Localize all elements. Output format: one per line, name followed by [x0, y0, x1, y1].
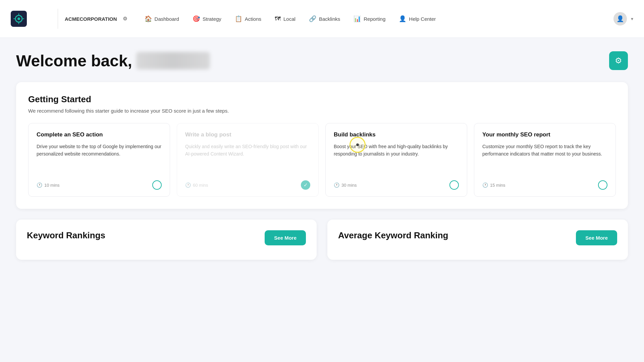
step-footer-seo-report: 🕐 15 mins — [482, 180, 607, 190]
step-time-backlinks: 🕐 30 mins — [334, 182, 357, 188]
welcome-row: Welcome back, ⚙ — [16, 51, 628, 70]
step-time-value-backlinks: 30 mins — [341, 183, 357, 188]
step-footer-blog-post: 🕐 60 mins ✓ — [185, 180, 310, 190]
nav-label-reporting: Reporting — [364, 16, 385, 22]
clock-icon-seo-action: 🕐 — [37, 182, 42, 188]
getting-started-title: Getting Started — [28, 94, 616, 105]
nav-label-actions: Actions — [245, 16, 261, 22]
step-card-blog-post[interactable]: Write a blog post Quickly and easily wri… — [177, 123, 319, 197]
step-time-value-seo-report: 15 mins — [490, 183, 505, 188]
avg-keyword-ranking-card: Average Keyword Ranking See More — [327, 220, 628, 260]
step-card-seo-report[interactable]: Your monthly SEO report Customize your m… — [474, 123, 616, 197]
logo-area — [11, 11, 51, 27]
nav-label-strategy: Strategy — [203, 16, 221, 22]
clock-icon-backlinks: 🕐 — [334, 182, 339, 188]
avg-keyword-ranking-see-more-button[interactable]: See More — [576, 230, 617, 245]
dashboard-icon: 🏠 — [145, 15, 152, 22]
nav-label-backlinks: Backlinks — [319, 16, 340, 22]
step-card-backlinks[interactable]: Build backlinks Boost your SEO with free… — [325, 123, 467, 197]
svg-point-2 — [17, 17, 20, 20]
step-time-seo-action: 🕐 10 mins — [37, 182, 60, 188]
nav-label-dashboard: Dashboard — [155, 16, 179, 22]
clock-icon-blog-post: 🕐 — [185, 182, 191, 188]
strategy-icon: 🎯 — [193, 15, 200, 22]
step-check-backlinks[interactable] — [449, 180, 459, 190]
clock-icon-seo-report: 🕐 — [482, 182, 488, 188]
step-footer-seo-action: 🕐 10 mins — [37, 180, 162, 190]
step-time-blog-post: 🕐 60 mins — [185, 182, 208, 188]
step-footer-backlinks: 🕐 30 mins — [334, 180, 459, 190]
step-title-backlinks: Build backlinks — [334, 131, 459, 138]
reporting-icon: 📊 — [354, 15, 361, 22]
account-settings-icon[interactable]: ⚙ — [120, 13, 130, 24]
user-dropdown-chevron[interactable]: ▾ — [631, 16, 633, 21]
local-icon: 🗺 — [275, 15, 281, 22]
header-divider — [58, 9, 58, 29]
welcome-text: Welcome back, — [16, 52, 210, 70]
getting-started-section: Getting Started We recommend following t… — [16, 82, 628, 209]
step-check-blog-post[interactable]: ✓ — [301, 180, 310, 190]
step-check-seo-action[interactable] — [152, 180, 162, 190]
page-settings-icon: ⚙ — [615, 56, 622, 65]
keyword-rankings-card: Keyword Rankings See More — [16, 220, 317, 260]
step-desc-seo-report: Customize your monthly SEO report to tra… — [482, 143, 607, 174]
step-card-seo-action[interactable]: Complete an SEO action Drive your websit… — [28, 123, 170, 197]
step-title-blog-post: Write a blog post — [185, 131, 310, 138]
step-title-seo-report: Your monthly SEO report — [482, 131, 607, 138]
nav-item-local[interactable]: 🗺 Local — [269, 12, 302, 26]
bottom-grid: Keyword Rankings See More Average Keywor… — [16, 220, 628, 260]
nav-item-helpcenter[interactable]: 👤 Help Center — [393, 12, 442, 26]
cursor-dot — [356, 143, 359, 146]
avg-keyword-ranking-title: Average Keyword Ranking — [338, 230, 448, 241]
header-right: 👤 ▾ — [613, 12, 633, 25]
backlinks-icon: 🔗 — [309, 15, 316, 22]
nav-item-strategy[interactable]: 🎯 Strategy — [186, 12, 227, 26]
actions-icon: 📋 — [235, 15, 242, 22]
user-name-blurred — [136, 52, 210, 69]
step-desc-blog-post: Quickly and easily write an SEO-friendly… — [185, 143, 310, 174]
nav-item-backlinks[interactable]: 🔗 Backlinks — [303, 12, 346, 26]
nav-label-helpcenter: Help Center — [409, 16, 436, 22]
main-nav: 🏠 Dashboard 🎯 Strategy 📋 Actions 🗺 Local… — [139, 12, 613, 26]
getting-started-subtitle: We recommend following this starter guid… — [28, 108, 616, 114]
nav-label-local: Local — [283, 16, 296, 22]
page-settings-button[interactable]: ⚙ — [609, 51, 628, 70]
step-title-seo-action: Complete an SEO action — [37, 131, 162, 138]
account-selector[interactable]: ACMECORPORATION ⚙ — [65, 13, 130, 24]
step-check-seo-report[interactable] — [598, 180, 607, 190]
logo-icon — [11, 11, 27, 27]
step-time-value-seo-action: 10 mins — [44, 183, 60, 188]
keyword-rankings-see-more-button[interactable]: See More — [265, 230, 306, 245]
step-time-seo-report: 🕐 15 mins — [482, 182, 505, 188]
step-time-value-blog-post: 60 mins — [193, 183, 208, 188]
account-name: ACMECORPORATION — [65, 16, 117, 22]
welcome-prefix: Welcome back, — [16, 52, 132, 70]
user-avatar-button[interactable]: 👤 — [613, 12, 627, 25]
steps-grid: Complete an SEO action Drive your websit… — [28, 123, 616, 197]
cursor-indicator — [350, 137, 366, 153]
step-desc-seo-action: Drive your website to the top of Google … — [37, 143, 162, 174]
main-content: Welcome back, ⚙ Getting Started We recom… — [0, 38, 644, 273]
helpcenter-icon: 👤 — [399, 15, 406, 22]
nav-item-actions[interactable]: 📋 Actions — [229, 12, 267, 26]
nav-item-dashboard[interactable]: 🏠 Dashboard — [139, 12, 185, 26]
nav-item-reporting[interactable]: 📊 Reporting — [347, 12, 391, 26]
header: ACMECORPORATION ⚙ 🏠 Dashboard 🎯 Strategy… — [0, 0, 644, 38]
keyword-rankings-title: Keyword Rankings — [27, 230, 105, 241]
